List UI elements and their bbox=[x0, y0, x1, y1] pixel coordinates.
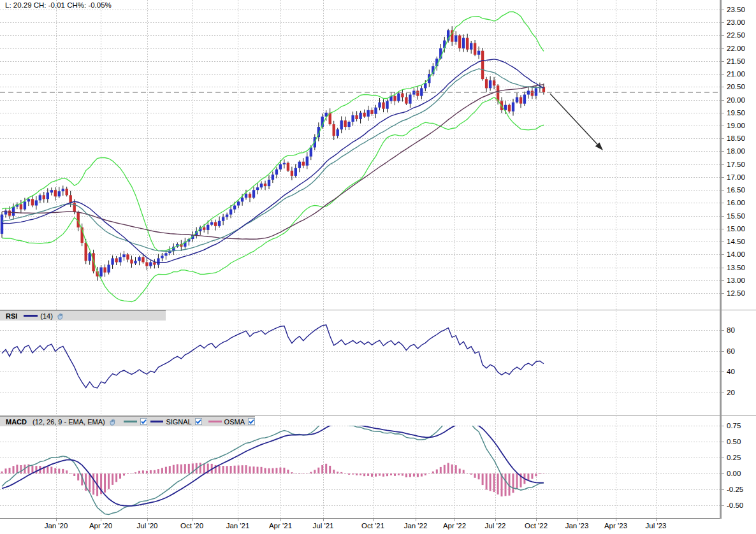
axis-label: Apr '20 bbox=[89, 522, 112, 530]
candle bbox=[260, 184, 263, 187]
osma-label: OSMA bbox=[224, 418, 245, 426]
osma-bar bbox=[436, 470, 438, 473]
osma-bar bbox=[230, 466, 232, 473]
candle bbox=[462, 38, 465, 48]
candle bbox=[355, 115, 358, 119]
osma-bar bbox=[203, 463, 205, 473]
osma-bar bbox=[13, 466, 15, 473]
candle bbox=[138, 257, 140, 261]
candle bbox=[275, 170, 278, 175]
candle bbox=[458, 36, 461, 48]
osma-bar bbox=[108, 473, 110, 489]
osma-bar bbox=[539, 473, 541, 474]
axis-label: Jan '23 bbox=[565, 522, 589, 530]
axis-label: Jan '22 bbox=[404, 522, 428, 530]
macd-line-checkbox[interactable] bbox=[140, 418, 147, 425]
axis-label: 14.00 bbox=[727, 250, 745, 258]
candle bbox=[474, 43, 476, 55]
osma-bar bbox=[1, 472, 3, 473]
osma-bar bbox=[173, 465, 175, 473]
candle bbox=[287, 163, 289, 171]
osma-bar bbox=[265, 468, 266, 474]
osma-bar bbox=[238, 465, 240, 473]
osma-bar bbox=[20, 465, 22, 473]
candle bbox=[164, 253, 167, 256]
macd-drag-hand-icon[interactable] bbox=[109, 417, 117, 426]
rsi-drag-hand-icon[interactable] bbox=[57, 312, 65, 320]
osma-bar bbox=[169, 466, 171, 473]
osma-bar bbox=[16, 465, 18, 473]
signal-checkbox[interactable] bbox=[195, 418, 202, 425]
candle bbox=[363, 113, 365, 117]
candle bbox=[69, 195, 72, 203]
signal-line-swatch bbox=[150, 421, 164, 422]
axis-label: 13.00 bbox=[727, 277, 745, 284]
macd-panel-header: MACD (12, 26, 9 - EMA, EMA) SIGNAL OSMA bbox=[0, 416, 255, 426]
axis-label: 20 bbox=[727, 389, 735, 396]
signal-label: SIGNAL bbox=[166, 418, 191, 426]
axis-label: 16.00 bbox=[727, 199, 745, 206]
candle bbox=[405, 97, 407, 104]
osma-bar bbox=[275, 468, 277, 473]
candle bbox=[222, 217, 224, 221]
axis-label: 40 bbox=[727, 368, 735, 375]
axis-label: Jul '21 bbox=[313, 522, 334, 530]
osma-bar bbox=[279, 468, 281, 473]
osma-bar bbox=[177, 464, 178, 473]
candle bbox=[130, 259, 133, 263]
osma-bar bbox=[310, 472, 312, 473]
osma-bar bbox=[531, 473, 533, 479]
osma-bar bbox=[321, 465, 323, 473]
candle bbox=[43, 195, 45, 199]
osma-bar bbox=[92, 473, 94, 494]
candle bbox=[294, 168, 297, 176]
candle bbox=[351, 115, 354, 122]
osma-bar bbox=[497, 473, 499, 494]
osma-bar bbox=[337, 472, 338, 473]
candle bbox=[283, 163, 286, 164]
osma-bar bbox=[363, 473, 365, 476]
candle bbox=[50, 190, 53, 192]
candle bbox=[31, 199, 34, 205]
axis-label: Jul '22 bbox=[485, 522, 506, 530]
chart-canvas[interactable]: 23.5023.0022.5022.0021.5021.0020.5020.00… bbox=[0, 0, 756, 534]
candle bbox=[523, 95, 526, 104]
axis-label: 0.00 bbox=[727, 470, 741, 477]
candle bbox=[397, 94, 400, 101]
axis-label: Jul '23 bbox=[646, 522, 667, 530]
osma-bar bbox=[306, 473, 308, 474]
axis-label: 21.50 bbox=[727, 57, 745, 65]
osma-bar bbox=[89, 473, 91, 492]
osma-bar bbox=[154, 470, 156, 473]
osma-bar bbox=[188, 464, 190, 473]
osma-bar bbox=[382, 473, 384, 477]
candle bbox=[142, 257, 144, 262]
osma-bar bbox=[409, 473, 411, 477]
osma-bar bbox=[405, 473, 407, 477]
macd-params: (12, 26, 9 - EMA, EMA) bbox=[33, 418, 105, 426]
osma-checkbox[interactable] bbox=[248, 418, 255, 425]
candle bbox=[508, 105, 511, 112]
candle bbox=[20, 204, 22, 209]
axis-label: 17.50 bbox=[727, 161, 745, 168]
axis-label: 22.50 bbox=[727, 31, 745, 39]
candle bbox=[1, 215, 3, 234]
osma-bar bbox=[161, 468, 163, 473]
rsi-title: RSI bbox=[6, 312, 17, 320]
osma-bar bbox=[104, 473, 106, 493]
candle bbox=[107, 265, 110, 273]
osma-bar bbox=[119, 473, 121, 479]
osma-bar bbox=[325, 464, 327, 473]
osma-bar bbox=[314, 470, 316, 473]
osma-bar bbox=[512, 473, 514, 493]
candle bbox=[512, 103, 514, 112]
candle bbox=[466, 38, 469, 50]
axis-label: 20.50 bbox=[727, 83, 745, 90]
candle bbox=[531, 90, 534, 96]
osma-bar bbox=[527, 473, 529, 480]
candle bbox=[516, 97, 518, 103]
macd-line-swatch bbox=[124, 421, 137, 422]
osma-bar bbox=[474, 473, 476, 478]
osma-bar bbox=[58, 469, 60, 474]
osma-bar bbox=[386, 473, 388, 476]
